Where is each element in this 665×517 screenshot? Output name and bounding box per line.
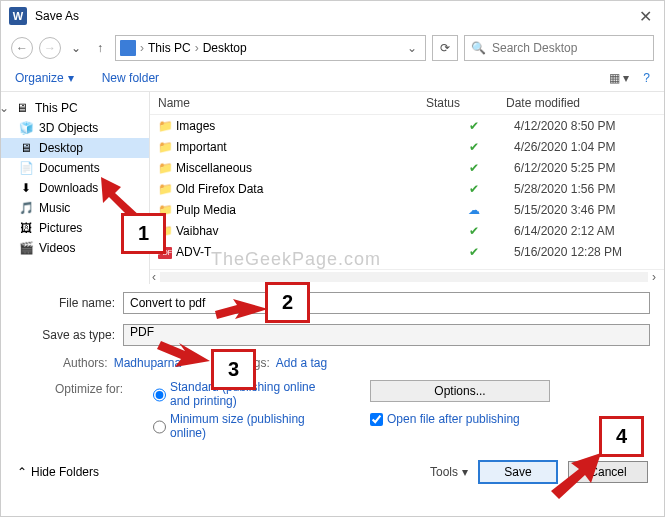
file-row[interactable]: PDFADV-T✔5/16/2020 12:28 PM — [158, 241, 664, 262]
folder-icon: 📁 — [158, 182, 173, 196]
tags-value[interactable]: Add a tag — [276, 356, 327, 370]
annotation-2: 2 — [265, 282, 310, 323]
address-path[interactable]: › This PC › Desktop ⌄ — [115, 35, 426, 61]
cloud-icon: ☁ — [468, 203, 480, 217]
sidebar-root-this-pc[interactable]: ⌄ 🖥 This PC — [1, 98, 149, 118]
check-icon: ✔ — [469, 224, 479, 238]
radio-minimum-label: Minimum size (publishing online) — [170, 412, 320, 440]
svg-marker-3 — [551, 453, 601, 499]
breadcrumb-this-pc[interactable]: This PC — [148, 41, 191, 55]
file-list: Name Status Date modified 📁Images✔4/12/2… — [149, 92, 664, 284]
window-title: Save As — [35, 9, 79, 23]
file-row[interactable]: 📁Images✔4/12/2020 8:50 PM — [158, 115, 664, 136]
word-app-icon: W — [9, 7, 27, 25]
scroll-left-icon[interactable]: ‹ — [152, 270, 156, 284]
annotation-arrow-4 — [541, 451, 611, 501]
view-mode-button[interactable]: ▦ ▾ — [609, 71, 629, 85]
svg-marker-1 — [215, 299, 268, 319]
chevron-down-icon: ▾ — [462, 465, 468, 479]
file-name-label: File name: — [15, 296, 123, 310]
folder-icon: ⬇ — [19, 181, 33, 195]
organize-menu[interactable]: Organize▾ — [15, 71, 74, 85]
horizontal-scrollbar[interactable] — [160, 272, 648, 282]
open-after-checkbox[interactable] — [370, 413, 383, 426]
file-name-input[interactable] — [123, 292, 650, 314]
file-list-header: Name Status Date modified — [150, 92, 664, 115]
up-button[interactable]: ↑ — [91, 41, 109, 55]
options-button[interactable]: Options... — [370, 380, 550, 402]
close-icon[interactable]: ✕ — [635, 7, 656, 26]
annotation-4: 4 — [599, 416, 644, 457]
folder-icon: 🖥 — [19, 141, 33, 155]
sidebar-item-desktop[interactable]: 🖥Desktop — [1, 138, 149, 158]
folder-icon: 📁 — [158, 161, 173, 175]
annotation-3: 3 — [211, 349, 256, 390]
sidebar-item-3d-objects[interactable]: 🧊3D Objects — [1, 118, 149, 138]
back-button[interactable]: ← — [11, 37, 33, 59]
address-bar: ← → ⌄ ↑ › This PC › Desktop ⌄ ⟳ 🔍 Search… — [1, 31, 664, 67]
annotation-arrow-3 — [155, 331, 215, 371]
search-icon: 🔍 — [471, 41, 486, 55]
authors-label: Authors: — [63, 356, 108, 370]
folder-icon: 🎵 — [19, 201, 33, 215]
new-folder-button[interactable]: New folder — [102, 71, 159, 85]
file-row[interactable]: 📁Miscellaneous✔6/12/2020 5:25 PM — [158, 157, 664, 178]
chevron-right-icon: › — [195, 41, 199, 55]
folder-icon: 📁 — [158, 119, 173, 133]
save-type-label: Save as type: — [15, 328, 123, 342]
refresh-button[interactable]: ⟳ — [432, 35, 458, 61]
check-icon: ✔ — [469, 245, 479, 259]
radio-standard[interactable] — [153, 382, 166, 408]
search-input[interactable]: 🔍 Search Desktop — [464, 35, 654, 61]
titlebar: W Save As ✕ — [1, 1, 664, 31]
check-icon: ✔ — [469, 119, 479, 133]
save-form: File name: Save as type: PDF Authors:Mad… — [1, 284, 664, 448]
column-date[interactable]: Date modified — [506, 96, 656, 110]
breadcrumb-desktop[interactable]: Desktop — [203, 41, 247, 55]
search-placeholder: Search Desktop — [492, 41, 577, 55]
folder-icon: 📁 — [158, 140, 173, 154]
folder-icon: 🎬 — [19, 241, 33, 255]
file-row[interactable]: 📁Pulp Media☁5/15/2020 3:46 PM — [158, 199, 664, 220]
folder-icon: 📄 — [19, 161, 33, 175]
help-button[interactable]: ? — [643, 71, 650, 85]
pc-icon: 🖥 — [15, 101, 29, 115]
tools-menu[interactable]: Tools▾ — [430, 465, 468, 479]
radio-minimum[interactable] — [153, 414, 166, 440]
forward-button[interactable]: → — [39, 37, 61, 59]
annotation-1: 1 — [121, 213, 166, 254]
chevron-down-icon[interactable]: ⌄ — [403, 41, 421, 55]
check-icon: ✔ — [469, 182, 479, 196]
toolbar: Organize▾ New folder ▦ ▾ ? — [1, 67, 664, 92]
file-row[interactable]: 📁Vaibhav✔6/14/2020 2:12 AM — [158, 220, 664, 241]
chevron-right-icon: › — [140, 41, 144, 55]
check-icon: ✔ — [469, 140, 479, 154]
hide-folders-button[interactable]: ⌃Hide Folders — [17, 465, 99, 479]
folder-icon: 🖼 — [19, 221, 33, 235]
collapse-icon[interactable]: ⌄ — [1, 101, 9, 115]
chevron-down-icon: ▾ — [68, 71, 74, 85]
column-name[interactable]: Name — [158, 96, 426, 110]
folder-icon: 🧊 — [19, 121, 33, 135]
check-icon: ✔ — [469, 161, 479, 175]
file-row[interactable]: 📁Old Firefox Data✔5/28/2020 1:56 PM — [158, 178, 664, 199]
scroll-right-icon[interactable]: › — [652, 270, 656, 284]
chevron-up-icon: ⌃ — [17, 465, 27, 479]
pc-icon — [120, 40, 136, 56]
annotation-arrow-2 — [213, 289, 273, 329]
optimize-label: Optimize for: — [55, 380, 123, 444]
column-status[interactable]: Status — [426, 96, 506, 110]
file-row[interactable]: 📁Important✔4/26/2020 1:04 PM — [158, 136, 664, 157]
open-after-label: Open file after publishing — [387, 412, 520, 426]
recent-dropdown-icon[interactable]: ⌄ — [67, 41, 85, 55]
svg-marker-2 — [157, 341, 210, 367]
